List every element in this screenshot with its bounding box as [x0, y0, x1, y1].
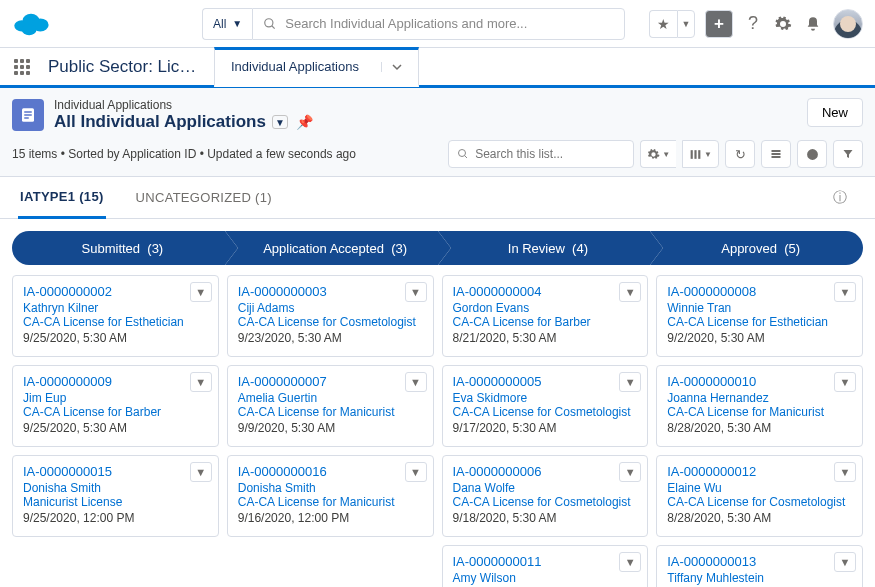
card-menu-button[interactable]: ▼ — [834, 462, 856, 482]
card-menu-button[interactable]: ▼ — [190, 462, 212, 482]
stage-submitted[interactable]: Submitted (3) — [12, 231, 225, 265]
kanban-card[interactable]: ▼IA-0000000009Jim EupCA-CA License for B… — [12, 365, 219, 447]
favorites-list-button[interactable]: ▼ — [677, 10, 695, 38]
card-application-id[interactable]: IA-0000000016 — [238, 464, 423, 479]
card-menu-button[interactable]: ▼ — [619, 462, 641, 482]
card-applicant-name[interactable]: Donisha Smith — [23, 481, 208, 495]
card-applicant-name[interactable]: Eva Skidmore — [453, 391, 638, 405]
refresh-button[interactable]: ↻ — [725, 140, 755, 168]
list-view-switcher[interactable]: ▼ — [272, 115, 288, 129]
card-menu-button[interactable]: ▼ — [190, 282, 212, 302]
global-search[interactable] — [252, 8, 625, 40]
kanban-card[interactable]: ▼IA-0000000013Tiffany MuhlesteinCA-CA Li… — [656, 545, 863, 587]
card-applicant-name[interactable]: Tiffany Muhlestein — [667, 571, 852, 585]
global-search-input[interactable] — [285, 16, 614, 31]
card-menu-button[interactable]: ▼ — [405, 372, 427, 392]
list-search-input[interactable] — [475, 147, 625, 161]
card-applicant-name[interactable]: Winnie Tran — [667, 301, 852, 315]
stage-in-review[interactable]: In Review (4) — [438, 231, 651, 265]
nav-tab-individual-applications[interactable]: Individual Applications — [214, 47, 419, 87]
card-menu-button[interactable]: ▼ — [405, 282, 427, 302]
card-license-type[interactable]: CA-CA License for Cosmetologist — [453, 495, 638, 509]
card-application-id[interactable]: IA-0000000004 — [453, 284, 638, 299]
card-applicant-name[interactable]: Jim Eup — [23, 391, 208, 405]
notifications-bell-icon[interactable] — [803, 14, 823, 34]
kanban-card[interactable]: ▼IA-0000000008Winnie TranCA-CA License f… — [656, 275, 863, 357]
list-view-name[interactable]: All Individual Applications ▼ 📌 — [54, 112, 313, 132]
card-applicant-name[interactable]: Gordon Evans — [453, 301, 638, 315]
kanban-card[interactable]: ▼IA-0000000002Kathryn KilnerCA-CA Licens… — [12, 275, 219, 357]
kanban-card[interactable]: ▼IA-0000000015Donisha SmithManicurist Li… — [12, 455, 219, 537]
card-menu-button[interactable]: ▼ — [619, 282, 641, 302]
card-applicant-name[interactable]: Amelia Guertin — [238, 391, 423, 405]
tab-iatype1[interactable]: IATYPE1 (15) — [18, 177, 106, 219]
card-license-type[interactable]: CA-CA License for Manicurist — [238, 405, 423, 419]
card-license-type[interactable]: CA-CA License for Barber — [453, 315, 638, 329]
setup-gear-icon[interactable] — [773, 14, 793, 34]
card-menu-button[interactable]: ▼ — [190, 372, 212, 392]
card-application-id[interactable]: IA-0000000002 — [23, 284, 208, 299]
chart-button[interactable] — [797, 140, 827, 168]
card-application-id[interactable]: IA-0000000009 — [23, 374, 208, 389]
kanban-card[interactable]: ▼IA-0000000011Amy WilsonCA-CA License fo… — [442, 545, 649, 587]
search-scope-selector[interactable]: All ▼ — [202, 8, 252, 40]
card-application-id[interactable]: IA-0000000007 — [238, 374, 423, 389]
nav-tab-menu-button[interactable] — [381, 62, 402, 72]
card-license-type[interactable]: CA-CA License for Barber — [23, 405, 208, 419]
kanban-card[interactable]: ▼IA-0000000004Gordon EvansCA-CA License … — [442, 275, 649, 357]
card-applicant-name[interactable]: Donisha Smith — [238, 481, 423, 495]
card-license-type[interactable]: CA-CA License for Cosmetologist — [238, 315, 423, 329]
list-search[interactable] — [448, 140, 634, 168]
stage-application-accepted[interactable]: Application Accepted (3) — [225, 231, 438, 265]
global-add-button[interactable]: + — [705, 10, 733, 38]
card-applicant-name[interactable]: Elaine Wu — [667, 481, 852, 495]
card-license-type[interactable]: CA-CA License for Esthetician — [667, 315, 852, 329]
list-settings-button[interactable]: ▼ — [640, 140, 676, 168]
card-application-id[interactable]: IA-0000000011 — [453, 554, 638, 569]
card-application-id[interactable]: IA-0000000003 — [238, 284, 423, 299]
card-application-id[interactable]: IA-0000000008 — [667, 284, 852, 299]
user-avatar[interactable] — [833, 9, 863, 39]
card-application-id[interactable]: IA-0000000010 — [667, 374, 852, 389]
display-as-button[interactable]: ▼ — [682, 140, 719, 168]
kanban-card[interactable]: ▼IA-0000000006Dana WolfeCA-CA License fo… — [442, 455, 649, 537]
stage-approved[interactable]: Approved (5) — [650, 231, 863, 265]
card-applicant-name[interactable]: Joanna Hernandez — [667, 391, 852, 405]
card-menu-button[interactable]: ▼ — [619, 552, 641, 572]
card-menu-button[interactable]: ▼ — [834, 282, 856, 302]
card-application-id[interactable]: IA-0000000013 — [667, 554, 852, 569]
card-license-type[interactable]: Manicurist License — [23, 495, 208, 509]
kanban-card[interactable]: ▼IA-0000000010Joanna HernandezCA-CA Lice… — [656, 365, 863, 447]
card-license-type[interactable]: CA-CA License for Manicurist — [667, 405, 852, 419]
info-icon[interactable]: ⓘ — [833, 189, 857, 207]
help-icon[interactable]: ? — [743, 14, 763, 34]
inline-edit-button[interactable] — [761, 140, 791, 168]
card-menu-button[interactable]: ▼ — [405, 462, 427, 482]
pin-icon[interactable]: 📌 — [296, 114, 313, 130]
card-application-id[interactable]: IA-0000000012 — [667, 464, 852, 479]
app-launcher-button[interactable] — [0, 59, 44, 75]
tab-uncategorized[interactable]: UNCATEGORIZED (1) — [134, 178, 274, 217]
card-application-id[interactable]: IA-0000000005 — [453, 374, 638, 389]
card-menu-button[interactable]: ▼ — [834, 552, 856, 572]
kanban-card[interactable]: ▼IA-0000000005Eva SkidmoreCA-CA License … — [442, 365, 649, 447]
kanban-card[interactable]: ▼IA-0000000003Ciji AdamsCA-CA License fo… — [227, 275, 434, 357]
card-application-id[interactable]: IA-0000000006 — [453, 464, 638, 479]
card-license-type[interactable]: CA-CA License for Esthetician — [23, 315, 208, 329]
card-applicant-name[interactable]: Ciji Adams — [238, 301, 423, 315]
card-license-type[interactable]: CA-CA License for Manicurist — [238, 495, 423, 509]
favorites-button[interactable]: ★ — [649, 10, 677, 38]
card-license-type[interactable]: CA-CA License for Cosmetologist — [667, 495, 852, 509]
card-menu-button[interactable]: ▼ — [834, 372, 856, 392]
card-applicant-name[interactable]: Dana Wolfe — [453, 481, 638, 495]
kanban-card[interactable]: ▼IA-0000000012Elaine WuCA-CA License for… — [656, 455, 863, 537]
new-button[interactable]: New — [807, 98, 863, 127]
kanban-card[interactable]: ▼IA-0000000007Amelia GuertinCA-CA Licens… — [227, 365, 434, 447]
kanban-card[interactable]: ▼IA-0000000016Donisha SmithCA-CA License… — [227, 455, 434, 537]
card-license-type[interactable]: CA-CA License for Cosmetologist — [453, 405, 638, 419]
card-applicant-name[interactable]: Kathryn Kilner — [23, 301, 208, 315]
card-applicant-name[interactable]: Amy Wilson — [453, 571, 638, 585]
card-application-id[interactable]: IA-0000000015 — [23, 464, 208, 479]
filter-button[interactable] — [833, 140, 863, 168]
card-menu-button[interactable]: ▼ — [619, 372, 641, 392]
